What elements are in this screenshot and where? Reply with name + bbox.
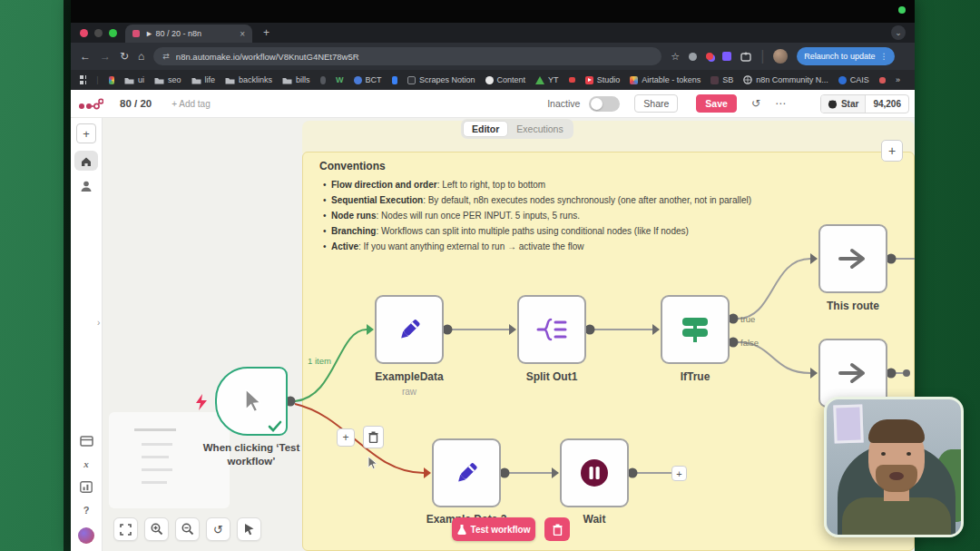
pointer-tool-button[interactable] [237,517,261,541]
bookmark-item[interactable]: SB [710,75,733,84]
tab-executions[interactable]: Executions [508,122,571,136]
add-node-plus-button[interactable]: + [671,466,687,481]
bookmark-folder[interactable]: backlinks [225,75,272,84]
node-example-data[interactable] [375,295,444,364]
zoom-in-button[interactable] [144,517,169,541]
bookmarks-divider: | [96,75,98,84]
bookmark-item[interactable]: Scrapes Notion [407,75,475,84]
browser-tab[interactable]: ► 80 / 20 - n8n × [125,25,252,43]
n8n-topbar: 80 / 20 + Add tag Inactive Share Save ↺ … [71,90,915,118]
bookmark-icon[interactable] [879,77,886,84]
history-icon[interactable]: ↺ [751,97,760,110]
bookmark-item[interactable]: Content [485,75,526,84]
node-split-out[interactable] [517,295,586,364]
bookmark-folder[interactable]: seo [154,75,181,84]
bookmark-icon[interactable] [109,76,114,84]
variables-icon[interactable]: x [83,458,89,469]
person-hair [868,419,925,443]
address-bar[interactable]: ⇄ n8n.automake.io/workflow/V8KnutG4NEt78… [153,47,662,65]
site-settings-icon[interactable]: ⇄ [162,52,170,61]
node-sublabel-raw: raw [346,387,473,397]
user-icon[interactable] [80,180,93,192]
undo-button[interactable]: ↺ [206,517,230,541]
more-options-icon[interactable]: ⋯ [775,97,786,110]
bookmark-folder[interactable]: life [191,75,216,84]
traffic-lights [71,29,117,37]
close-window-button[interactable] [80,29,88,37]
github-star-widget[interactable]: Star 94,206 [820,94,909,113]
bookmarks-bar: | ui seo life backlinks bills W BCT Scra… [71,70,915,90]
node-trigger[interactable] [215,367,288,436]
window-top-bar [71,0,915,23]
profile-avatar[interactable] [773,49,788,64]
back-icon[interactable]: ← [80,50,91,63]
delete-button[interactable] [544,517,570,541]
bookmark-folder[interactable]: bills [282,75,310,84]
apps-grid-icon[interactable] [80,75,86,84]
sticky-bullet: Flow direction and order: Left to right,… [331,180,915,190]
forward-icon[interactable]: → [100,50,111,63]
node-label-trigger: When clicking ‘Test workflow’ [197,441,306,467]
split-out-icon [535,317,568,342]
cursor-icon [240,388,263,415]
node-this-route[interactable] [818,224,887,293]
bookmark-star-icon[interactable]: ☆ [671,51,680,63]
extensions-puzzle-icon[interactable] [740,51,751,62]
save-button[interactable]: Save [696,94,737,113]
tab-editor[interactable]: Editor [463,121,508,137]
status-label: Inactive [547,98,580,109]
extension-icon[interactable] [706,53,713,60]
maximize-window-button[interactable] [109,29,117,37]
help-icon[interactable]: ? [83,505,90,516]
add-tag-button[interactable]: + Add tag [172,99,211,109]
bookmark-item[interactable]: Airtable - tokens [630,75,701,84]
tab-title: ► 80 / 20 - n8n [145,29,234,38]
pointer-icon [243,523,255,536]
zoom-out-button[interactable] [175,517,200,541]
desktop: ► 80 / 20 - n8n × + ⌄ ← → ↻ ⌂ ⇄ n8n.auto… [0,0,980,551]
bookmark-folder[interactable]: ui [124,75,144,84]
bookmark-item[interactable]: n8n Community N... [743,75,828,84]
recording-indicator-dot [898,6,906,14]
sidebar-item-overview[interactable] [74,151,98,171]
bookmark-icon[interactable] [320,76,326,84]
relaunch-menu-icon: ⋮ [879,52,887,61]
bookmark-item[interactable]: YT [535,75,559,84]
zoom-to-fit-button[interactable] [113,517,138,541]
relaunch-label: Relaunch to update [804,52,875,61]
new-tab-button[interactable]: + [263,26,270,39]
tab-close-icon[interactable]: × [240,29,245,39]
bookmark-item[interactable]: Studio [585,75,621,84]
share-button[interactable]: Share [634,94,678,113]
connection-delete-button[interactable] [363,426,384,448]
bookmark-w-icon[interactable]: W [336,75,344,84]
sidebar-collapse-icon[interactable]: › [97,318,100,328]
test-workflow-button[interactable]: Test workflow [452,517,535,541]
reload-icon[interactable]: ↻ [120,50,129,63]
relaunch-button[interactable]: Relaunch to update ⋮ [797,47,895,65]
minimize-window-button[interactable] [94,29,103,37]
add-sticky-button[interactable]: + [881,140,903,162]
browser-window: ► 80 / 20 - n8n × + ⌄ ← → ↻ ⌂ ⇄ n8n.auto… [71,0,915,551]
bookmarks-overflow-icon[interactable]: » [896,75,906,84]
home-icon[interactable]: ⌂ [138,50,144,63]
node-if-true[interactable] [661,295,730,364]
node-example-data-2[interactable] [432,438,501,507]
user-avatar[interactable] [78,527,94,544]
templates-icon[interactable] [80,435,93,447]
tab-search-chevron-icon[interactable]: ⌄ [891,25,906,40]
bookmark-item[interactable]: BCT [354,75,382,84]
bookmark-icon[interactable] [569,77,575,83]
workflow-name[interactable]: 80 / 20 [120,98,152,109]
active-toggle[interactable] [589,96,620,112]
add-workflow-button[interactable]: + [76,123,96,143]
extension-icon[interactable] [689,53,697,61]
sticky-bullet: Node runs: Nodes will run once PER INPUT… [331,211,915,221]
insights-icon[interactable] [80,481,93,493]
node-wait[interactable] [560,438,629,507]
connection-add-node-button[interactable]: + [337,428,355,447]
bookmark-icon[interactable] [392,76,397,84]
extension-icon[interactable] [722,52,731,61]
bookmark-item[interactable]: CAIS [838,75,869,84]
flask-icon [457,524,466,535]
